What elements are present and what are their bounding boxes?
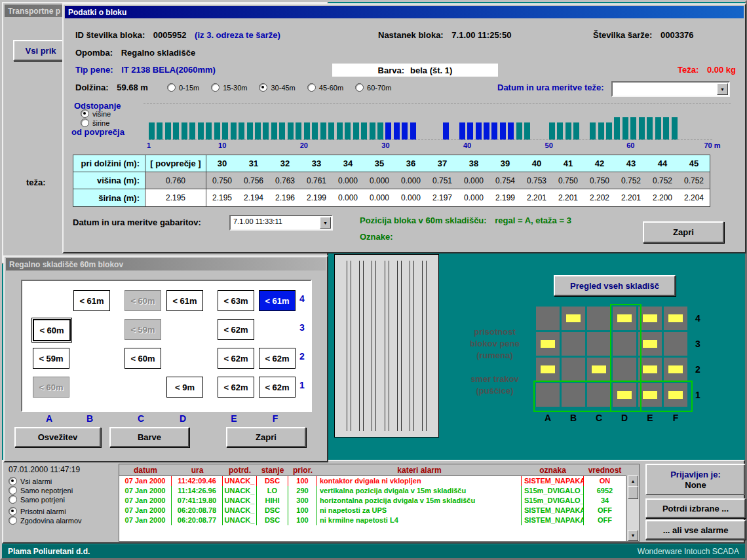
rack-window-titlebar[interactable]: Regalno skladišče 60m blokov xyxy=(6,258,326,271)
dialog-title: Podatki o bloku xyxy=(68,8,126,17)
overview-all-warehouses-button[interactable]: Pregled vseh skladišč xyxy=(554,275,676,296)
rack-slot-button-A3[interactable]: < 60m xyxy=(33,319,71,341)
length-range-option-3[interactable]: 45-60m xyxy=(307,83,343,92)
dropdown-arrow-icon[interactable]: ▼ xyxy=(717,83,728,95)
meas-table-value: 0.754 xyxy=(489,172,521,189)
rack-slot-button-D4[interactable]: < 61m xyxy=(166,290,203,311)
length-range-option-0[interactable]: 0-15m xyxy=(167,83,199,92)
deviation-option-1[interactable]: širine xyxy=(81,119,111,127)
storage-cell-C4[interactable] xyxy=(587,307,611,330)
alarm-row[interactable]: 07 Jan 200007:41:19.80UNACK_HIHI300horiz… xyxy=(119,496,626,506)
rack-slot-button-F4[interactable]: < 61m xyxy=(259,290,296,311)
meas-table-value: 2.201 xyxy=(521,189,552,206)
storage-cell-B4[interactable] xyxy=(562,307,585,330)
alarm-cell: UNACK_ xyxy=(223,506,257,515)
rack-slot-button-A2[interactable]: < 59m xyxy=(33,348,69,369)
meas-table-value: 0.000 xyxy=(364,172,395,189)
storage-cell-E4[interactable] xyxy=(638,307,662,330)
dialog-titlebar[interactable]: Podatki o bloku xyxy=(65,6,744,18)
weight-date-combobox[interactable]: ▼ xyxy=(611,81,730,97)
deviation-bar xyxy=(484,122,489,140)
alarm-row[interactable]: 07 Jan 200006:20:08.77UNACK_DSC100ni krm… xyxy=(119,515,626,525)
rack-slot-button-E4[interactable]: < 63m xyxy=(218,290,254,311)
storage-cell-A2[interactable] xyxy=(536,358,560,381)
dropdown-arrow-icon[interactable]: ▼ xyxy=(320,217,331,229)
deviation-bar xyxy=(353,122,359,140)
storage-cell-A4[interactable] xyxy=(536,307,560,330)
alarm-cell: 290 xyxy=(288,486,317,496)
alarm-scrollbar[interactable]: ▲ ▼ xyxy=(626,476,639,541)
alarm-filter-option-2[interactable]: Samo potrjeni xyxy=(9,495,73,504)
alarm-filter-label: Samo nepotrjeni xyxy=(20,487,73,495)
deviation-chart xyxy=(149,103,712,140)
rack-slot-button-C2[interactable]: < 60m xyxy=(125,348,161,369)
deviation-bar xyxy=(263,122,269,140)
storage-cell-B3[interactable] xyxy=(562,332,585,356)
alarm-row[interactable]: 07 Jan 200006:20:08.78UNACK_DSC100ni nap… xyxy=(119,506,626,515)
meas-table-value: 2.204 xyxy=(678,189,710,206)
alarm-cell: kontaktor dvigala ni vklopljen xyxy=(317,476,522,486)
length-range-label: 45-60m xyxy=(319,84,343,92)
foam-block-indicator xyxy=(592,365,606,373)
storage-cell-F3[interactable] xyxy=(664,332,687,356)
alarm-filter-option-1[interactable]: Samo nepotrjeni xyxy=(9,486,73,495)
foam-type-value: IT 2138 BELA(2060mm) xyxy=(121,65,216,75)
rack-slot-button-C4[interactable]: < 60m xyxy=(125,290,161,311)
scrollbar-thumb[interactable] xyxy=(628,486,638,499)
storage-cell-E2[interactable] xyxy=(638,358,662,381)
rack-close-button[interactable]: Zapri xyxy=(226,427,306,447)
radio-icon xyxy=(81,109,89,118)
storage-cell-B2[interactable] xyxy=(562,358,585,381)
rack-slot-button-A1[interactable]: < 60m xyxy=(33,377,69,398)
rack-col-label-F: F xyxy=(273,413,278,424)
storage-cell-F2[interactable] xyxy=(664,358,687,381)
length-row: Dolžina: 59.68 m xyxy=(75,83,148,92)
length-range-option-4[interactable]: 60-70m xyxy=(355,83,391,92)
alarm-filter-option-0[interactable]: Vsi alarmi xyxy=(9,477,73,485)
alarm-row[interactable]: 07 Jan 200011:14:26.96UNACK_LO290vertika… xyxy=(119,486,626,496)
storage-cell-C2[interactable] xyxy=(587,358,611,381)
rack-slot-button-F1[interactable]: < 62m xyxy=(259,377,296,398)
rack-slot-button-E3[interactable]: < 62m xyxy=(218,319,254,340)
storage-cell-F4[interactable] xyxy=(664,307,687,330)
scroll-down-icon[interactable]: ▼ xyxy=(628,530,638,541)
deviation-bar xyxy=(271,122,277,140)
scada-screen: Transportne p Vsi prik teža: Podatki o b… xyxy=(0,0,747,560)
show-all-button[interactable]: Vsi prik xyxy=(13,40,68,61)
rack-slot-button-F2[interactable]: < 62m xyxy=(259,348,296,369)
rack-slot-button-C3[interactable]: < 59m xyxy=(125,319,161,340)
ack-selected-button[interactable]: Potrdi izbrane ... xyxy=(645,498,746,518)
storage-cell-E3[interactable] xyxy=(638,332,662,356)
alarm-cell: ON xyxy=(584,476,626,486)
rack-slot-button-D1[interactable]: < 9m xyxy=(166,377,203,398)
colors-button[interactable]: Barve xyxy=(109,427,189,447)
alarm-cell: 07:41:19.80 xyxy=(172,496,223,506)
meas-table-row-label: širina (m): xyxy=(73,189,145,206)
length-range-option-1[interactable]: 15-30m xyxy=(211,83,247,92)
storage-col-label-E: E xyxy=(647,413,653,423)
alarm-source-label: Prisotni alarmi xyxy=(20,508,66,515)
rack-slot-button-E1[interactable]: < 62m xyxy=(218,377,254,398)
deviation-option-0[interactable]: višine xyxy=(81,109,111,118)
scroll-up-icon[interactable]: ▲ xyxy=(628,476,638,487)
alarm-source-option-1[interactable]: Zgodovina alarmov xyxy=(9,516,82,525)
rack-slot-button-E2[interactable]: < 62m xyxy=(218,348,254,369)
refresh-button[interactable]: Osvežitev xyxy=(14,427,101,447)
rack-slot-button-B4[interactable]: < 61m xyxy=(73,290,110,311)
foam-block-indicator xyxy=(541,340,555,348)
storage-cell-A3[interactable] xyxy=(536,332,560,356)
dialog-close-button[interactable]: Zapri xyxy=(643,221,724,243)
alarm-source-option-0[interactable]: Prisotni alarmi xyxy=(9,507,82,515)
logged-in-value: None xyxy=(685,480,706,490)
foam-block-indicator xyxy=(541,365,555,373)
radio-icon xyxy=(167,83,176,92)
storage-cell-C3[interactable] xyxy=(587,332,611,356)
deviation-bar xyxy=(394,122,400,140)
length-range-option-2[interactable]: 30-45m xyxy=(259,83,295,92)
alarm-cell: OFF xyxy=(584,506,626,515)
deviation-bar xyxy=(247,122,253,140)
gabarit-date-combobox[interactable]: 7.1.00 11:33:11 ▼ xyxy=(229,215,333,231)
alarm-row[interactable]: 07 Jan 200011:42:09.46UNACK_DSC100kontak… xyxy=(119,476,626,486)
ack-all-button[interactable]: ... ali vse alarme xyxy=(645,520,746,540)
rack-row-label-2: 2 xyxy=(299,351,305,362)
